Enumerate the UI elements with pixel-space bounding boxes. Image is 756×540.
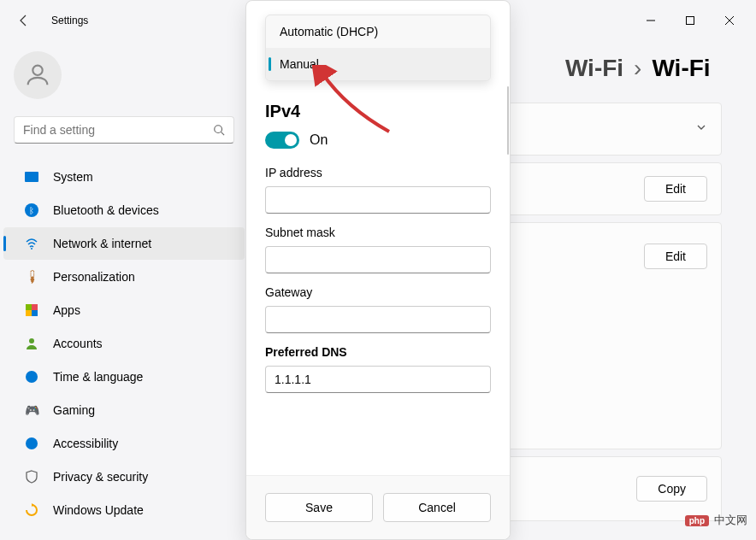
wifi-icon (24, 236, 39, 251)
sidebar-item-label: Gaming (53, 403, 95, 417)
back-arrow-icon (17, 14, 31, 27)
sidebar-item-accessibility[interactable]: Accessibility (3, 427, 245, 460)
cancel-button[interactable]: Cancel (383, 493, 491, 522)
svg-point-6 (29, 338, 34, 343)
svg-line-4 (221, 132, 225, 136)
sidebar-item-network[interactable]: Network & internet (3, 227, 245, 260)
back-button[interactable] (7, 3, 41, 38)
update-icon (24, 502, 39, 518)
subnet-mask-label: Subnet mask (265, 226, 491, 239)
search-box[interactable] (14, 116, 234, 144)
sidebar-item-label: Personalization (53, 270, 135, 284)
ipv4-toggle[interactable] (265, 132, 299, 149)
modal-footer: Save Cancel (246, 475, 510, 539)
subnet-mask-input[interactable] (265, 246, 491, 273)
window-controls (631, 7, 749, 34)
sidebar-item-apps[interactable]: Apps (3, 294, 245, 326)
preferred-dns-label: Preferred DNS (265, 345, 491, 359)
sidebar-item-update[interactable]: Windows Update (3, 494, 245, 526)
brush-icon: 🖌 (21, 266, 42, 287)
system-icon (24, 169, 39, 185)
ipv4-toggle-row: On (265, 132, 491, 149)
chevron-down-icon (695, 121, 707, 137)
search-input[interactable] (23, 123, 213, 137)
ip-assignment-dropdown: Automatic (DHCP) Manual (265, 15, 491, 81)
account-icon (24, 336, 39, 351)
watermark-badge: php (685, 515, 709, 526)
edit-button-2[interactable]: Edit (644, 244, 707, 269)
toggle-label: On (310, 132, 328, 148)
avatar (14, 51, 62, 99)
maximize-button[interactable] (670, 7, 710, 34)
apps-icon (24, 302, 39, 318)
sidebar-item-label: System (53, 170, 93, 184)
breadcrumb-wifi-current: Wi-Fi (652, 55, 710, 82)
svg-point-3 (215, 126, 222, 133)
sidebar-item-label: Network & internet (53, 237, 151, 250)
sidebar-item-label: Bluetooth & devices (53, 203, 159, 217)
close-button[interactable] (710, 7, 749, 34)
edit-button-1[interactable]: Edit (644, 176, 707, 202)
window-title: Settings (51, 15, 88, 26)
gateway-label: Gateway (265, 285, 491, 299)
ipv4-heading: IPv4 (265, 102, 491, 121)
sidebar-item-gaming[interactable]: 🎮 Gaming (3, 394, 245, 426)
clock-icon (24, 369, 39, 384)
sidebar-item-label: Windows Update (53, 503, 144, 517)
minimize-button[interactable] (631, 7, 670, 34)
toggle-knob (285, 134, 297, 146)
sidebar-item-label: Accounts (53, 337, 103, 350)
preferred-dns-input[interactable] (265, 366, 491, 393)
person-icon (23, 61, 52, 90)
breadcrumb-wifi-parent[interactable]: Wi-Fi (565, 55, 623, 82)
sidebar-item-bluetooth[interactable]: ᛒ Bluetooth & devices (3, 194, 245, 226)
ip-settings-modal: Automatic (DHCP) Manual IPv4 On IP addre… (245, 0, 511, 540)
breadcrumb-separator: › (634, 55, 641, 82)
sidebar-item-label: Privacy & security (53, 470, 148, 484)
shield-icon (24, 469, 39, 484)
sidebar-item-privacy[interactable]: Privacy & security (3, 461, 245, 493)
search-icon (213, 124, 225, 136)
gateway-input[interactable] (265, 306, 491, 333)
sidebar-item-label: Accessibility (53, 437, 118, 450)
sidebar-item-time[interactable]: Time & language (3, 361, 245, 393)
sidebar-item-label: Time & language (53, 370, 143, 384)
copy-button[interactable]: Copy (636, 476, 707, 502)
svg-point-5 (31, 248, 32, 249)
svg-rect-1 (687, 17, 694, 25)
sidebar-item-personalization[interactable]: 🖌 Personalization (3, 261, 245, 293)
profile-section[interactable] (0, 51, 248, 113)
watermark-text: 中文网 (714, 513, 747, 528)
sidebar-item-accounts[interactable]: Accounts (3, 327, 245, 360)
sidebar: System ᛒ Bluetooth & devices Network & i… (0, 41, 248, 540)
dropdown-item-manual[interactable]: Manual (266, 48, 490, 80)
modal-body: Automatic (DHCP) Manual IPv4 On IP addre… (246, 1, 510, 475)
accessibility-icon (24, 436, 39, 451)
sidebar-item-system[interactable]: System (3, 161, 245, 193)
save-button[interactable]: Save (265, 493, 373, 522)
gaming-icon: 🎮 (24, 402, 39, 418)
scrollbar[interactable] (507, 86, 509, 155)
dropdown-item-automatic[interactable]: Automatic (DHCP) (266, 15, 490, 48)
sidebar-item-label: Apps (53, 303, 80, 317)
svg-point-2 (32, 66, 42, 75)
ip-address-label: IP address (265, 166, 491, 179)
ip-address-input[interactable] (265, 186, 491, 214)
watermark: php 中文网 (685, 513, 747, 528)
bluetooth-icon: ᛒ (24, 202, 39, 218)
